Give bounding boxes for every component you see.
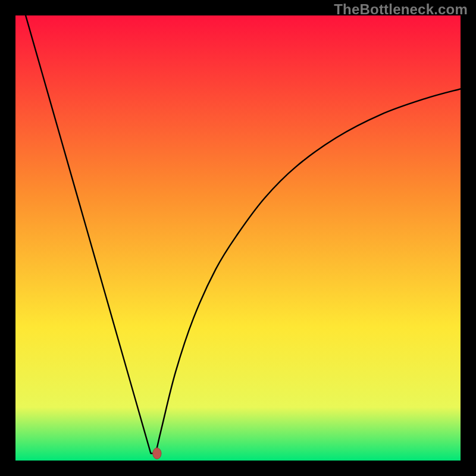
chart-frame: TheBottleneck.com	[0, 0, 476, 476]
optimum-marker	[153, 448, 161, 459]
gradient-background	[15, 15, 461, 461]
plot-svg	[15, 15, 461, 461]
plot-area	[15, 15, 461, 461]
